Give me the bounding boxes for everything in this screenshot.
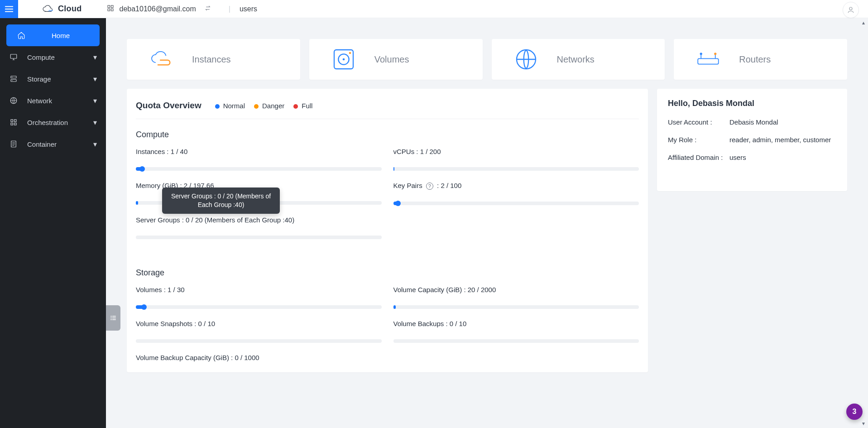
profile-greeting: Hello, Debasis Mondal — [668, 99, 836, 108]
svg-point-9 — [12, 80, 13, 81]
notification-badge[interactable]: 3 — [846, 404, 863, 420]
breadcrumb-email[interactable]: deba10106@gmail.com — [120, 5, 196, 13]
progress-bar[interactable] — [136, 339, 382, 343]
breadcrumb-domain[interactable]: users — [240, 5, 257, 13]
metric-instances: Instances : 1 / 40 — [136, 148, 382, 171]
svg-point-23 — [714, 53, 716, 55]
svg-rect-3 — [111, 9, 113, 11]
metric-label: Volume Backup Capacity (GiB) : 0 / 1000 — [136, 354, 382, 361]
sidebar-item-network[interactable]: Network▾ — [0, 90, 106, 111]
metric-label: Volumes : 1 / 30 — [136, 286, 382, 293]
progress-bar[interactable] — [393, 167, 639, 171]
globe-icon — [513, 47, 539, 72]
svg-point-19 — [349, 52, 351, 54]
card-instances[interactable]: Instances — [127, 39, 300, 80]
legend-danger: Danger — [254, 102, 284, 110]
progress-bar[interactable] — [136, 236, 382, 239]
doc-icon — [10, 140, 18, 148]
quota-panel: Quota Overview Normal Danger Full Comput… — [127, 89, 648, 372]
breadcrumb: deba10106@gmail.com | users — [107, 5, 258, 14]
profile-role-value: reader, admin, member, customer — [729, 136, 836, 144]
svg-rect-6 — [11, 76, 16, 78]
tooltip-server-groups: Server Groups : 0 / 20 (Members of Each … — [162, 188, 280, 214]
metric-label: Volume Backups : 0 / 10 — [393, 320, 639, 327]
legend-full: Full — [293, 102, 312, 110]
sidebar-item-label: Network — [27, 97, 52, 105]
help-icon[interactable]: ? — [426, 183, 433, 190]
sidebar-item-label: Container — [27, 140, 57, 148]
metric-vcpus: vCPUs : 1 / 200 — [393, 148, 639, 171]
summary-cards: Instances Volumes Networks Routers — [127, 39, 847, 80]
storage-grid: Volumes : 1 / 30 Volume Capacity (GiB) :… — [136, 286, 639, 361]
user-icon — [847, 6, 855, 14]
profile-panel: Hello, Debasis Mondal User Account : Deb… — [657, 89, 847, 191]
quota-header: Quota Overview Normal Danger Full — [136, 97, 639, 119]
dot-orange-icon — [254, 104, 259, 109]
progress-bar[interactable] — [393, 305, 639, 309]
svg-point-22 — [700, 53, 702, 55]
metric-keypairs: Key Pairs ? : 2 / 100 — [393, 182, 639, 205]
quota-title: Quota Overview — [136, 101, 201, 111]
svg-point-8 — [12, 77, 13, 78]
server-icon — [10, 75, 18, 83]
swap-icon[interactable] — [204, 5, 211, 14]
hamburger-icon — [4, 4, 14, 14]
profile-table: User Account : Debasis Mondal My Role : … — [668, 118, 836, 161]
menu-toggle-button[interactable] — [0, 0, 18, 18]
scrollbar-down-button[interactable]: ▾ — [860, 420, 867, 427]
chevron-down-icon: ▾ — [93, 140, 97, 149]
svg-rect-7 — [11, 80, 16, 82]
sidebar-item-storage[interactable]: Storage▾ — [0, 68, 106, 90]
sidebar-item-label: Storage — [27, 75, 51, 83]
home-icon — [17, 31, 25, 39]
chevron-down-icon: ▾ — [93, 96, 97, 105]
sidebar: Home Compute▾ Storage▾ Network▾ Orchestr… — [0, 18, 106, 428]
svg-rect-11 — [11, 120, 13, 122]
sidebar-item-label: Home — [52, 32, 70, 39]
card-networks[interactable]: Networks — [492, 39, 665, 80]
profile-account-value: Debasis Mondal — [729, 118, 836, 126]
brand: Cloud — [42, 4, 82, 14]
sidebar-item-label: Orchestration — [27, 119, 68, 126]
metric-volume-capacity: Volume Capacity (GiB) : 20 / 2000 — [393, 286, 639, 309]
scrollbar-up-button[interactable]: ▴ — [860, 19, 867, 26]
progress-bar[interactable] — [393, 202, 639, 205]
svg-point-18 — [342, 58, 345, 61]
profile-domain-label: Affiliated Domain : — [668, 154, 729, 161]
section-title-compute: Compute — [136, 130, 639, 139]
sidebar-flyout-button[interactable] — [106, 305, 120, 331]
svg-rect-21 — [698, 58, 719, 64]
svg-point-4 — [849, 7, 852, 10]
sidebar-item-orchestration[interactable]: Orchestration▾ — [0, 111, 106, 133]
metric-label: Volume Snapshots : 0 / 10 — [136, 320, 382, 327]
progress-bar[interactable] — [136, 167, 382, 171]
list-icon — [109, 314, 117, 322]
user-menu-button[interactable] — [843, 2, 859, 18]
progress-bar[interactable] — [136, 305, 382, 309]
grid-icon — [10, 118, 18, 126]
apps-icon[interactable] — [107, 5, 114, 14]
profile-domain-value: users — [729, 154, 836, 161]
sidebar-item-label: Compute — [27, 53, 55, 61]
progress-bar[interactable] — [393, 339, 639, 343]
legend-normal: Normal — [215, 102, 245, 110]
svg-rect-14 — [14, 123, 17, 125]
sidebar-item-home[interactable]: Home — [6, 24, 100, 46]
svg-rect-1 — [111, 5, 113, 8]
metric-label: Volume Capacity (GiB) : 20 / 2000 — [393, 286, 639, 293]
quota-legend: Normal Danger Full — [215, 102, 313, 110]
metric-label: Instances : 1 / 40 — [136, 148, 382, 155]
svg-rect-13 — [11, 123, 13, 125]
card-volumes[interactable]: Volumes — [309, 39, 483, 80]
sidebar-item-compute[interactable]: Compute▾ — [0, 46, 106, 68]
main: Instances Volumes Networks Routers Quota… — [106, 18, 868, 428]
cloud-logo-icon — [42, 4, 54, 14]
metric-volume-backups: Volume Backups : 0 / 10 — [393, 320, 639, 343]
sidebar-item-container[interactable]: Container▾ — [0, 133, 106, 155]
svg-rect-0 — [108, 5, 110, 8]
metric-label: Server Groups : 0 / 20 (Members of Each … — [136, 216, 382, 224]
card-routers[interactable]: Routers — [674, 39, 847, 80]
card-title: Volumes — [374, 54, 409, 65]
dot-blue-icon — [215, 104, 220, 109]
profile-role-label: My Role : — [668, 136, 729, 144]
